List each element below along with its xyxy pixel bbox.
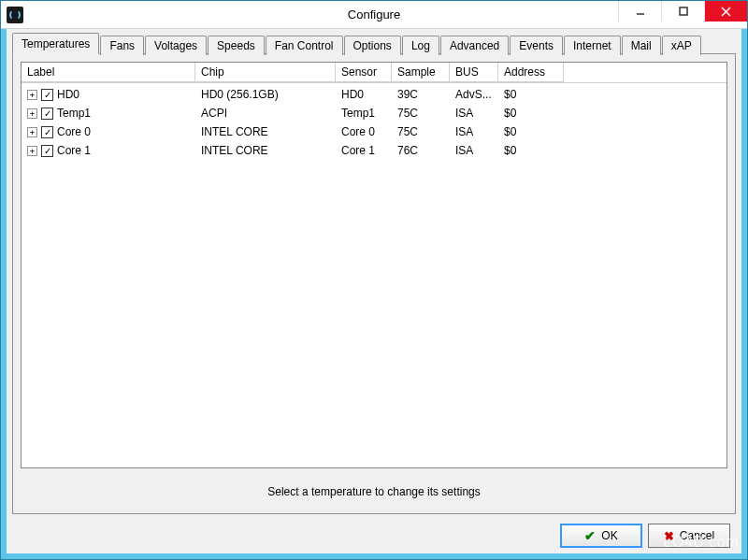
cell-bus: ISA: [450, 144, 498, 157]
cell-bus: AdvS...: [450, 88, 498, 101]
window-title: Configure: [348, 7, 400, 22]
minimize-icon: [636, 7, 645, 16]
cell-bus: ISA: [450, 125, 498, 138]
col-sensor[interactable]: Sensor: [336, 63, 392, 82]
cell-chip: ACPI: [195, 107, 336, 120]
row-checkbox[interactable]: ✓: [41, 126, 53, 138]
tab-temperatures[interactable]: Temperatures: [12, 33, 99, 54]
listview-rows: + ✓ HD0 HD0 (256.1GB) HD0 39C AdvS... $0…: [22, 83, 726, 160]
cell-label: Core 1: [57, 144, 91, 157]
cell-address: $0: [498, 125, 564, 138]
configure-window: Configure Temperatures Fans Voltages Spe…: [0, 0, 748, 560]
tab-internet[interactable]: Internet: [564, 36, 621, 55]
window-controls: [618, 1, 747, 22]
cell-address: $0: [498, 144, 564, 157]
tab-strip: Temperatures Fans Voltages Speeds Fan Co…: [12, 33, 736, 54]
tree-expander-icon[interactable]: +: [27, 108, 37, 119]
cell-sample: 75C: [392, 125, 450, 138]
table-row[interactable]: + ✓ Core 0 INTEL CORE Core 0 75C ISA $0: [22, 122, 726, 141]
cell-sample: 75C: [392, 107, 450, 120]
ok-button[interactable]: ✔ OK: [560, 524, 642, 548]
row-checkbox[interactable]: ✓: [41, 89, 53, 101]
cell-sample: 76C: [392, 144, 450, 157]
table-row[interactable]: + ✓ Core 1 INTEL CORE Core 1 76C ISA $0: [22, 141, 726, 160]
cell-address: $0: [498, 107, 564, 120]
tree-expander-icon[interactable]: +: [27, 146, 37, 156]
cell-chip: INTEL CORE: [195, 125, 336, 138]
row-checkbox[interactable]: ✓: [41, 108, 53, 120]
cell-sensor: Core 1: [336, 144, 392, 157]
table-row[interactable]: + ✓ HD0 HD0 (256.1GB) HD0 39C AdvS... $0: [22, 85, 726, 104]
minimize-button[interactable]: [618, 1, 661, 22]
row-checkbox[interactable]: ✓: [41, 145, 53, 157]
col-bus[interactable]: BUS: [450, 63, 498, 82]
cell-label: Temp1: [57, 107, 91, 120]
maximize-button[interactable]: [661, 1, 704, 22]
ok-label: OK: [601, 529, 617, 542]
maximize-icon: [679, 7, 688, 16]
cell-address: $0: [498, 88, 564, 101]
cell-sample: 39C: [392, 88, 450, 101]
cancel-icon: ✖: [664, 529, 674, 543]
client-area: Temperatures Fans Voltages Speeds Fan Co…: [7, 29, 741, 553]
tree-expander-icon[interactable]: +: [27, 90, 37, 100]
col-address[interactable]: Address: [498, 63, 564, 82]
cell-sensor: HD0: [336, 88, 392, 101]
cell-chip: INTEL CORE: [195, 144, 336, 157]
cell-sensor: Core 0: [336, 125, 392, 138]
dialog-buttons: ✔ OK ✖ Cancel: [12, 518, 736, 548]
cell-chip: HD0 (256.1GB): [195, 88, 336, 101]
listview-header: Label Chip Sensor Sample BUS Address: [22, 63, 726, 83]
tab-xap[interactable]: xAP: [662, 36, 701, 55]
cancel-button[interactable]: ✖ Cancel: [648, 524, 730, 548]
app-icon: [7, 7, 23, 23]
tab-fans[interactable]: Fans: [100, 36, 144, 55]
svg-rect-1: [680, 7, 687, 15]
col-chip[interactable]: Chip: [195, 63, 336, 82]
tab-options[interactable]: Options: [344, 36, 401, 55]
cell-label: HD0: [57, 88, 79, 101]
tab-speeds[interactable]: Speeds: [208, 36, 265, 55]
cell-label: Core 0: [57, 125, 91, 138]
cell-sensor: Temp1: [336, 107, 392, 120]
cancel-label: Cancel: [680, 529, 714, 542]
col-label[interactable]: Label: [22, 63, 195, 82]
tree-expander-icon[interactable]: +: [27, 127, 37, 137]
titlebar: Configure: [1, 1, 747, 29]
hint-text: Select a temperature to change its setti…: [21, 468, 727, 506]
tab-content: Label Chip Sensor Sample BUS Address + ✓…: [12, 53, 736, 514]
cell-bus: ISA: [450, 107, 498, 120]
close-button[interactable]: [704, 1, 747, 22]
col-sample[interactable]: Sample: [392, 63, 450, 82]
table-row[interactable]: + ✓ Temp1 ACPI Temp1 75C ISA $0: [22, 104, 726, 122]
close-icon: [721, 7, 731, 17]
tab-mail[interactable]: Mail: [622, 36, 661, 55]
tab-voltages[interactable]: Voltages: [145, 36, 207, 55]
tab-advanced[interactable]: Advanced: [440, 36, 509, 55]
tab-fan-control[interactable]: Fan Control: [266, 36, 343, 55]
tab-log[interactable]: Log: [402, 36, 439, 55]
checkmark-icon: ✔: [584, 528, 596, 543]
temperature-listview[interactable]: Label Chip Sensor Sample BUS Address + ✓…: [21, 62, 727, 468]
tab-events[interactable]: Events: [510, 36, 563, 55]
